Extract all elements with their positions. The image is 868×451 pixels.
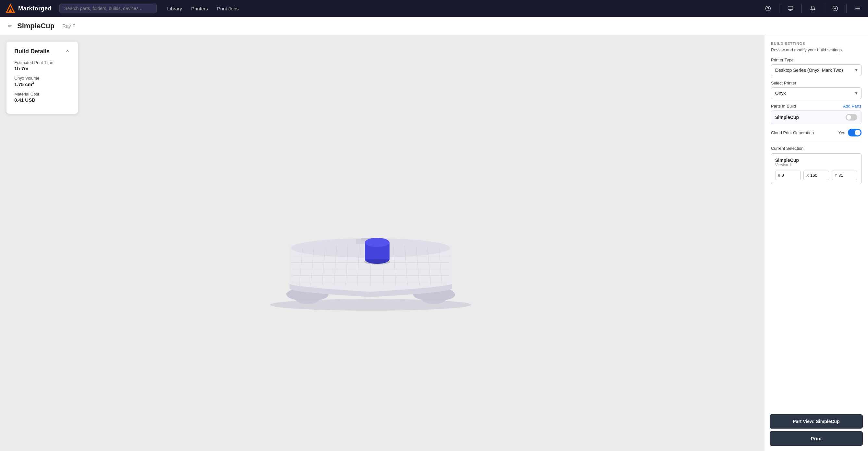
collapse-button[interactable]	[65, 49, 70, 55]
print-button[interactable]: Print	[770, 431, 863, 446]
navbar-action-icons	[763, 3, 863, 13]
cs-x-label: X	[806, 173, 809, 178]
estimated-print-time-row: Estimated Print Time 1h 7m	[14, 60, 70, 71]
nav-print-jobs[interactable]: Print Jobs	[217, 6, 239, 11]
svg-rect-4	[788, 6, 793, 10]
material-cost-label: Material Cost	[14, 92, 70, 96]
material-cost-value: 0.41 USD	[14, 97, 70, 103]
part-name: SimpleCup	[775, 115, 799, 120]
browser-icon[interactable]	[785, 3, 796, 13]
search-input[interactable]	[59, 4, 157, 13]
build-settings-title: BUILD SETTINGS	[771, 41, 862, 46]
help-icon[interactable]	[763, 3, 773, 13]
svg-point-42	[364, 259, 390, 264]
cloud-print-row: Cloud Print Generation Yes	[771, 129, 862, 141]
cs-y-input[interactable]	[838, 173, 850, 178]
build-details-header: Build Details	[14, 48, 70, 55]
plus-circle-icon[interactable]	[830, 3, 840, 13]
logo-icon	[5, 3, 16, 13]
parts-in-build-header: Parts In Build Add Parts	[771, 104, 862, 109]
add-parts-button[interactable]: Add Parts	[843, 104, 862, 109]
material-cost-row: Material Cost 0.41 USD	[14, 92, 70, 103]
printer-bed-container	[257, 185, 484, 314]
bell-icon[interactable]	[808, 3, 818, 13]
select-printer-label: Select Printer	[771, 81, 862, 85]
svg-point-41	[365, 238, 390, 247]
cs-theta-input[interactable]	[782, 173, 792, 178]
build-details-card: Build Details Estimated Print Time 1h 7m…	[6, 41, 78, 114]
current-selection-box: SimpleCup Version 1 θ X Y	[771, 153, 862, 184]
cloud-print-label: Cloud Print Generation	[771, 130, 814, 135]
navbar: Markforged Library Printers Print Jobs	[0, 0, 868, 17]
parts-item: SimpleCup	[771, 111, 862, 124]
nav-library[interactable]: Library	[167, 6, 182, 11]
cs-theta-coord: θ	[775, 171, 801, 180]
onyx-volume-label: Onyx Volume	[14, 76, 70, 81]
right-panel: BUILD SETTINGS Review and modify your bu…	[764, 35, 868, 451]
cs-theta-label: θ	[778, 173, 780, 178]
view-area[interactable]: Build Details Estimated Print Time 1h 7m…	[0, 35, 764, 451]
panel-buttons: Part View: SimpleCup Print	[765, 409, 868, 451]
build-settings-description: Review and modify your build settings.	[771, 48, 862, 52]
cloud-print-right: Yes	[838, 129, 862, 137]
nav-printers[interactable]: Printers	[191, 6, 208, 11]
edit-icon: ✏	[8, 23, 12, 29]
current-selection-label: Current Selection	[771, 146, 862, 151]
printer-type-label: Printer Type	[771, 57, 862, 62]
select-printer-select[interactable]: Onyx Mark Two Onyx One	[771, 87, 862, 99]
printer-type-select[interactable]: Desktop Series (Onyx, Mark Two) Industri…	[771, 64, 862, 76]
cs-x-input[interactable]	[810, 173, 822, 178]
menu-icon[interactable]	[852, 3, 863, 13]
build-details-title: Build Details	[14, 48, 50, 55]
toggle-slider	[846, 114, 857, 120]
estimated-print-time-value: 1h 7m	[14, 66, 70, 71]
printer-bed-svg	[257, 185, 484, 314]
logo[interactable]: Markforged	[5, 3, 52, 13]
cs-x-coord: X	[803, 171, 829, 180]
page-subtitle: Ray P	[62, 23, 75, 29]
cs-part-name: SimpleCup	[775, 158, 857, 163]
parts-in-build-label: Parts In Build	[771, 104, 796, 109]
logo-text: Markforged	[18, 5, 52, 12]
navbar-links: Library Printers Print Jobs	[167, 6, 239, 11]
printer-type-wrapper: Desktop Series (Onyx, Mark Two) Industri…	[771, 64, 862, 76]
svg-marker-1	[8, 8, 12, 12]
select-printer-wrapper: Onyx Mark Two Onyx One ▼	[771, 87, 862, 99]
current-selection-section: Current Selection SimpleCup Version 1 θ …	[771, 146, 862, 184]
cs-version: Version 1	[775, 163, 857, 167]
cs-y-label: Y	[835, 173, 837, 178]
page-titlebar: ✏ SimpleCup Ray P	[0, 17, 868, 35]
part-view-button[interactable]: Part View: SimpleCup	[770, 414, 863, 429]
cloud-print-toggle[interactable]	[848, 129, 862, 137]
cs-coords: θ X Y	[775, 171, 857, 180]
onyx-volume-row: Onyx Volume 1.75 cm3	[14, 76, 70, 87]
cs-y-coord: Y	[832, 171, 857, 180]
cloud-print-value: Yes	[838, 130, 845, 135]
part-toggle[interactable]	[846, 114, 857, 120]
page-title: SimpleCup	[17, 22, 55, 30]
main-layout: Build Details Estimated Print Time 1h 7m…	[0, 35, 868, 451]
toggle-blue-slider	[848, 129, 862, 137]
onyx-volume-value: 1.75 cm3	[14, 81, 70, 87]
estimated-print-time-label: Estimated Print Time	[14, 60, 70, 65]
build-settings-section: BUILD SETTINGS Review and modify your bu…	[765, 35, 868, 184]
